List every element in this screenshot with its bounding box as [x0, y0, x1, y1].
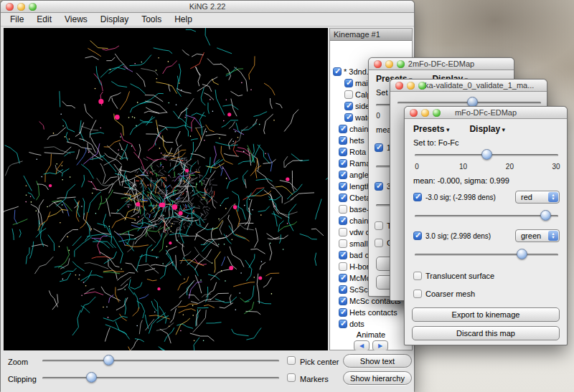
- main-titlebar[interactable]: KiNG 2.22: [1, 1, 414, 13]
- front-map-window: mFo-DFc-EDMap Presets Display Set to: Fo…: [404, 106, 568, 345]
- bottom-controls: Zoom Pick center Show text Clipping Mark…: [1, 350, 414, 392]
- molecule-render[interactable]: [4, 28, 328, 350]
- slider-thumb[interactable]: [103, 355, 114, 365]
- close-icon[interactable]: [395, 82, 403, 90]
- slider-track: [42, 360, 279, 362]
- kinemage-row-checkbox[interactable]: [344, 90, 353, 99]
- translucent-checkbox[interactable]: [375, 221, 383, 230]
- tick-label: 30: [552, 163, 560, 171]
- level-slider[interactable]: [413, 149, 560, 161]
- kinemage-row-checkbox[interactable]: [339, 216, 347, 225]
- main-window-title: KiNG 2.22: [1, 1, 414, 12]
- kinemage-row-checkbox[interactable]: [344, 102, 353, 110]
- kinemage-row-checkbox[interactable]: [339, 182, 347, 191]
- front-map-titlebar[interactable]: mFo-DFc-EDMap: [405, 107, 567, 119]
- clipping-slider[interactable]: [41, 372, 281, 383]
- discard-map-button[interactable]: Discard this map: [412, 326, 560, 340]
- kinemage-row-checkbox[interactable]: [339, 148, 347, 156]
- pos-contour-color-popup[interactable]: green ▲▼: [515, 229, 560, 242]
- kinemage-row: dots: [330, 318, 412, 330]
- kinemage-row-checkbox[interactable]: [339, 285, 347, 294]
- kinemage-row-label: dots: [349, 320, 364, 328]
- pick-center-checkbox[interactable]: [287, 356, 296, 365]
- show-text-button[interactable]: Show text: [343, 354, 412, 368]
- contour1-checkbox[interactable]: [375, 143, 383, 152]
- tick-label: 0: [376, 112, 380, 120]
- kinemage-row-checkbox[interactable]: [339, 228, 347, 236]
- kinemage-row-checkbox[interactable]: [339, 125, 347, 133]
- window-controls: [410, 109, 441, 117]
- slider-thumb[interactable]: [86, 372, 97, 383]
- kinemage-row-checkbox[interactable]: [339, 274, 347, 282]
- kinemage-row-checkbox[interactable]: [339, 308, 347, 317]
- kinemage-row-checkbox[interactable]: [339, 320, 347, 328]
- kinemage-row-checkbox[interactable]: [339, 205, 347, 214]
- kinemage-row-checkbox[interactable]: [339, 136, 347, 145]
- window-controls: [374, 60, 405, 68]
- slider-ticks: 0 10 20 30: [417, 163, 556, 171]
- pos-contour-slider[interactable]: [413, 249, 560, 260]
- kinemage-row-checkbox[interactable]: [344, 79, 353, 87]
- menu-edit[interactable]: Edit: [30, 14, 58, 24]
- translucent-checkbox[interactable]: [413, 272, 422, 280]
- minimize-icon[interactable]: [421, 109, 429, 117]
- neg-contour-label: -3.0 sig; (-2.998 dens): [425, 193, 496, 201]
- contour2-checkbox[interactable]: [375, 182, 383, 191]
- kinemage-row-checkbox[interactable]: [339, 193, 347, 202]
- coarser-row: Coarser mesh: [413, 290, 475, 298]
- slider-thumb[interactable]: [540, 210, 551, 221]
- kinemage-row-checkbox[interactable]: [339, 159, 347, 168]
- slider-thumb[interactable]: [517, 249, 527, 259]
- coarser-mesh-checkbox[interactable]: [413, 290, 422, 298]
- back-map-titlebar[interactable]: 2mFo-DFc-EDMap: [369, 58, 514, 70]
- animate-next-button[interactable]: ▶: [372, 340, 388, 351]
- close-icon[interactable]: [410, 109, 418, 117]
- kinemage-row-checkbox[interactable]: [339, 239, 347, 248]
- close-icon[interactable]: [6, 3, 14, 11]
- pos-contour-label: 3.0 sig; (2.998 dens): [425, 232, 491, 240]
- slider-track: [42, 377, 279, 379]
- close-icon[interactable]: [374, 60, 382, 68]
- zoom-label: Zoom: [8, 358, 28, 366]
- menu-file[interactable]: File: [4, 14, 30, 24]
- slider-track: [415, 215, 558, 217]
- neg-contour-color-popup[interactable]: red ▲▼: [515, 191, 560, 204]
- maximize-icon[interactable]: [418, 82, 426, 90]
- kinemage-row-checkbox[interactable]: [344, 113, 353, 122]
- slider-thumb[interactable]: [481, 149, 492, 160]
- minimize-icon[interactable]: [385, 60, 393, 68]
- kinemage-row-checkbox[interactable]: [339, 262, 347, 271]
- maximize-icon[interactable]: [433, 109, 441, 117]
- markers-checkbox[interactable]: [287, 373, 296, 382]
- pos-contour-checkbox[interactable]: [413, 231, 422, 240]
- minimize-icon[interactable]: [17, 3, 25, 11]
- show-hierarchy-button[interactable]: Show hierarchy: [343, 371, 412, 385]
- map-stats: mean: -0.000, sigma: 0.999: [413, 176, 509, 185]
- coarser-mesh-checkbox[interactable]: [375, 239, 383, 247]
- map-file-titlebar[interactable]: pka-validate_0_validate_1_ma...: [390, 80, 547, 92]
- kinemage-row-checkbox[interactable]: [339, 297, 347, 305]
- export-kinemage-button[interactable]: Export to kinemage: [412, 307, 560, 322]
- minimize-icon[interactable]: [407, 82, 415, 90]
- kinemage-row-checkbox[interactable]: [339, 171, 347, 179]
- display-menu[interactable]: Display: [469, 124, 505, 134]
- zoom-slider[interactable]: [41, 355, 281, 366]
- contour-row: 3.0 sig; (2.998 dens) green ▲▼: [413, 229, 560, 242]
- markers-label: Markers: [300, 375, 329, 383]
- menu-display[interactable]: Display: [94, 14, 135, 24]
- presets-menu[interactable]: Presets: [413, 124, 449, 134]
- tick-label: 0: [415, 163, 419, 171]
- neg-contour-checkbox[interactable]: [413, 193, 422, 201]
- maximize-icon[interactable]: [29, 3, 37, 11]
- maximize-icon[interactable]: [397, 60, 405, 68]
- menu-help[interactable]: Help: [168, 14, 199, 24]
- animate-buttons: ◀ ▶: [330, 340, 412, 351]
- neg-contour-color-value: red: [521, 193, 532, 201]
- neg-contour-slider[interactable]: [413, 210, 560, 221]
- animate-prev-button[interactable]: ◀: [354, 340, 370, 351]
- menu-tools[interactable]: Tools: [135, 14, 168, 24]
- menu-views[interactable]: Views: [58, 14, 94, 24]
- kinemage-row-checkbox[interactable]: [333, 67, 342, 76]
- kinemage-row-checkbox[interactable]: [339, 251, 347, 259]
- popup-arrows-icon: ▲▼: [548, 192, 558, 202]
